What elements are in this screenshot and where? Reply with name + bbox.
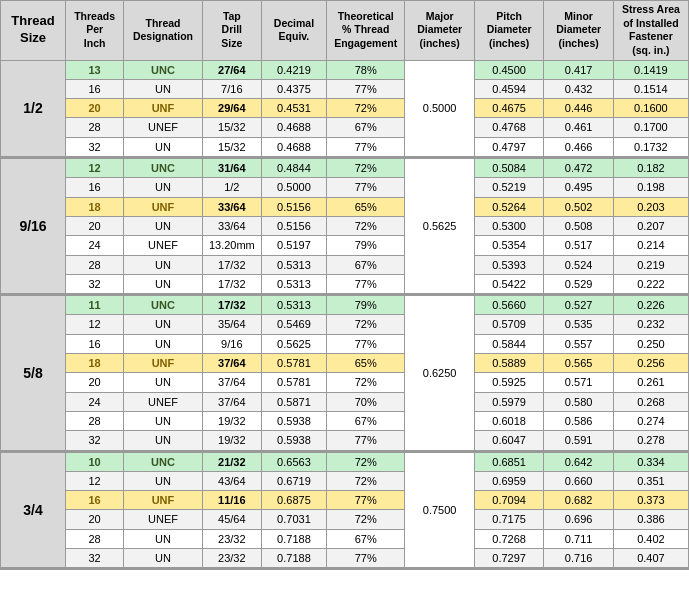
stress-cell: 0.278 — [613, 431, 688, 450]
pitch-cell: 0.5709 — [474, 315, 543, 334]
designation-cell: UNC — [124, 159, 202, 178]
header-major: MajorDiameter(inches) — [405, 1, 474, 61]
header-minor: MinorDiameter(inches) — [544, 1, 613, 61]
tap-drill-cell: 1/2 — [202, 178, 261, 197]
tpi-cell: 18 — [66, 354, 124, 373]
table-row: 3/410UNC21/320.656372%0.75000.68510.6420… — [1, 452, 689, 471]
theoretical-cell: 77% — [326, 137, 404, 156]
stress-cell: 0.274 — [613, 411, 688, 430]
stress-cell: 0.261 — [613, 373, 688, 392]
designation-cell: UN — [124, 548, 202, 567]
theoretical-cell: 79% — [326, 236, 404, 255]
thread-size-cell: 9/16 — [1, 159, 66, 294]
tap-drill-cell: 37/64 — [202, 354, 261, 373]
stress-cell: 0.1514 — [613, 79, 688, 98]
thread-size-cell: 3/4 — [1, 452, 66, 568]
designation-cell: UNEF — [124, 392, 202, 411]
designation-cell: UN — [124, 431, 202, 450]
stress-cell: 0.222 — [613, 274, 688, 293]
minor-cell: 0.508 — [544, 216, 613, 235]
tap-drill-cell: 15/32 — [202, 118, 261, 137]
tpi-cell: 20 — [66, 216, 124, 235]
minor-cell: 0.557 — [544, 334, 613, 353]
decimal-cell: 0.4844 — [261, 159, 326, 178]
table-row: 20UNEF45/640.703172%0.71750.6960.386 — [1, 510, 689, 529]
designation-cell: UN — [124, 411, 202, 430]
theoretical-cell: 72% — [326, 373, 404, 392]
theoretical-cell: 77% — [326, 334, 404, 353]
tpi-cell: 12 — [66, 471, 124, 490]
table-row: 16UN9/160.562577%0.58440.5570.250 — [1, 334, 689, 353]
minor-cell: 0.466 — [544, 137, 613, 156]
decimal-cell: 0.5313 — [261, 296, 326, 315]
minor-cell: 0.461 — [544, 118, 613, 137]
decimal-cell: 0.7188 — [261, 548, 326, 567]
tap-drill-cell: 23/32 — [202, 529, 261, 548]
designation-cell: UN — [124, 373, 202, 392]
stress-cell: 0.386 — [613, 510, 688, 529]
decimal-cell: 0.6719 — [261, 471, 326, 490]
decimal-cell: 0.7188 — [261, 529, 326, 548]
pitch-cell: 0.7094 — [474, 491, 543, 510]
theoretical-cell: 79% — [326, 296, 404, 315]
tap-drill-cell: 43/64 — [202, 471, 261, 490]
tap-drill-cell: 17/32 — [202, 296, 261, 315]
table-row: 18UNF37/640.578165%0.58890.5650.256 — [1, 354, 689, 373]
pitch-cell: 0.5889 — [474, 354, 543, 373]
theoretical-cell: 78% — [326, 60, 404, 79]
table-row: 28UN17/320.531367%0.53930.5240.219 — [1, 255, 689, 274]
pitch-cell: 0.4675 — [474, 99, 543, 118]
tpi-cell: 28 — [66, 411, 124, 430]
table-row: 16UN7/160.437577%0.45940.4320.1514 — [1, 79, 689, 98]
table-row: 32UN23/320.718877%0.72970.7160.407 — [1, 548, 689, 567]
tpi-cell: 12 — [66, 159, 124, 178]
designation-cell: UNC — [124, 296, 202, 315]
pitch-cell: 0.5925 — [474, 373, 543, 392]
thread-size-cell: 5/8 — [1, 296, 66, 450]
tpi-cell: 24 — [66, 236, 124, 255]
tap-drill-cell: 19/32 — [202, 411, 261, 430]
designation-cell: UN — [124, 178, 202, 197]
pitch-cell: 0.5422 — [474, 274, 543, 293]
tap-drill-cell: 37/64 — [202, 373, 261, 392]
decimal-cell: 0.4531 — [261, 99, 326, 118]
minor-cell: 0.716 — [544, 548, 613, 567]
tpi-cell: 20 — [66, 99, 124, 118]
minor-cell: 0.660 — [544, 471, 613, 490]
pitch-cell: 0.5393 — [474, 255, 543, 274]
theoretical-cell: 67% — [326, 411, 404, 430]
minor-cell: 0.580 — [544, 392, 613, 411]
table-row: 20UNF29/640.453172%0.46750.4460.1600 — [1, 99, 689, 118]
designation-cell: UNF — [124, 491, 202, 510]
stress-cell: 0.1600 — [613, 99, 688, 118]
major-diameter-cell: 0.7500 — [405, 452, 474, 568]
decimal-cell: 0.5156 — [261, 216, 326, 235]
stress-cell: 0.219 — [613, 255, 688, 274]
decimal-cell: 0.4219 — [261, 60, 326, 79]
minor-cell: 0.527 — [544, 296, 613, 315]
designation-cell: UNF — [124, 99, 202, 118]
pitch-cell: 0.5844 — [474, 334, 543, 353]
designation-cell: UN — [124, 529, 202, 548]
designation-cell: UNC — [124, 60, 202, 79]
tap-drill-cell: 19/32 — [202, 431, 261, 450]
theoretical-cell: 72% — [326, 315, 404, 334]
table-row: 28UN19/320.593867%0.60180.5860.274 — [1, 411, 689, 430]
decimal-cell: 0.5156 — [261, 197, 326, 216]
minor-cell: 0.417 — [544, 60, 613, 79]
minor-cell: 0.696 — [544, 510, 613, 529]
minor-cell: 0.529 — [544, 274, 613, 293]
minor-cell: 0.642 — [544, 452, 613, 471]
pitch-cell: 0.5219 — [474, 178, 543, 197]
stress-cell: 0.1732 — [613, 137, 688, 156]
minor-cell: 0.565 — [544, 354, 613, 373]
table-row: 32UN15/320.468877%0.47970.4660.1732 — [1, 137, 689, 156]
minor-cell: 0.446 — [544, 99, 613, 118]
stress-cell: 0.203 — [613, 197, 688, 216]
theoretical-cell: 72% — [326, 216, 404, 235]
minor-cell: 0.502 — [544, 197, 613, 216]
table-row: 24UNEF13.20mm0.519779%0.53540.5170.214 — [1, 236, 689, 255]
tap-drill-cell: 23/32 — [202, 548, 261, 567]
table-row: 12UN35/640.546972%0.57090.5350.232 — [1, 315, 689, 334]
pitch-cell: 0.4768 — [474, 118, 543, 137]
